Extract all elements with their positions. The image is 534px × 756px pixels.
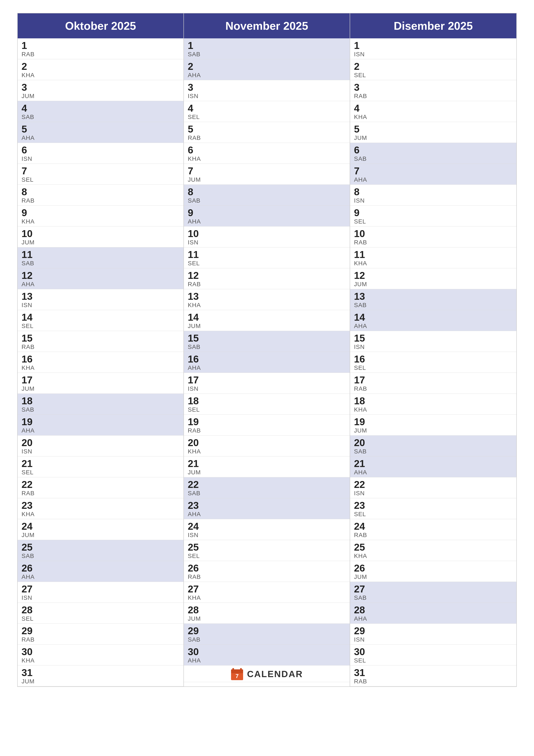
day-name: ISN (354, 343, 513, 350)
day-cell: 1ISN (350, 39, 516, 59)
day-cell: 24RAB (350, 519, 516, 540)
day-cell: 18SAB (18, 394, 184, 415)
day-name: KHA (21, 364, 180, 371)
day-number: 9 (188, 208, 346, 218)
day-number: 27 (21, 584, 180, 594)
day-number: 23 (188, 500, 346, 510)
calendar-logo-icon: 7 (231, 668, 243, 681)
day-number: 3 (21, 82, 180, 92)
day-cell: 5JUM (350, 122, 516, 143)
day-name: ISN (21, 302, 180, 309)
day-cell: 13SAB (350, 289, 516, 310)
day-name: RAB (354, 239, 513, 246)
day-name: SAB (21, 114, 180, 121)
day-number: 19 (21, 417, 180, 427)
day-cell: 17ISN (184, 373, 350, 394)
day-number: 13 (21, 291, 180, 301)
day-number: 14 (188, 312, 346, 322)
day-cell: 17JUM (18, 373, 184, 394)
day-number: 20 (21, 438, 180, 447)
svg-text:7: 7 (236, 673, 239, 679)
day-number: 27 (354, 584, 513, 594)
day-name: JUM (188, 323, 346, 330)
day-cell: 6KHA (184, 143, 350, 164)
day-number: 24 (21, 521, 180, 531)
day-name: AHA (188, 657, 346, 664)
svg-rect-3 (240, 668, 242, 671)
day-name: ISN (21, 448, 180, 455)
day-name: SAB (21, 406, 180, 413)
day-number: 11 (21, 250, 180, 259)
day-number: 18 (354, 396, 513, 406)
day-number: 16 (188, 354, 346, 364)
day-name: AHA (188, 364, 346, 371)
day-name: SAB (188, 51, 346, 58)
day-cell: 21AHA (350, 456, 516, 477)
day-cell: 5AHA (18, 122, 184, 143)
day-cell: 16KHA (18, 352, 184, 373)
day-name: JUM (354, 574, 513, 580)
day-cell: 10ISN (184, 227, 350, 247)
day-name: JUM (354, 134, 513, 141)
day-cell: 8ISN (350, 185, 516, 205)
day-cell: 12JUM (350, 268, 516, 289)
days-grid: 1RAB2KHA3JUM4SAB5AHA6ISN7SEL8RAB9KHA10JU… (18, 39, 516, 687)
day-cell: 30AHA (184, 645, 350, 665)
logo-area: 7 CALENDAR (231, 668, 303, 681)
day-number: 30 (188, 647, 346, 657)
day-name: KHA (188, 302, 346, 309)
day-name: SAB (354, 448, 513, 455)
day-cell: 3JUM (18, 80, 184, 101)
day-name: ISN (354, 636, 513, 643)
day-cell: 25SEL (184, 540, 350, 561)
day-number: 1 (354, 40, 513, 50)
day-number: 18 (21, 396, 180, 406)
day-name: JUM (21, 678, 180, 685)
day-number: 20 (188, 438, 346, 447)
day-number: 7 (354, 166, 513, 176)
day-number: 23 (354, 500, 513, 510)
day-name: ISN (21, 594, 180, 601)
day-cell: 2KHA (18, 59, 184, 80)
day-cell: 24ISN (184, 519, 350, 540)
day-number: 13 (354, 291, 513, 301)
day-cell: 10JUM (18, 227, 184, 247)
day-name: RAB (188, 281, 346, 288)
day-number: 21 (21, 459, 180, 469)
day-number: 30 (354, 647, 513, 657)
day-number: 9 (21, 208, 180, 218)
day-name: AHA (354, 323, 513, 330)
day-cell: 30KHA (18, 645, 184, 665)
day-number: 26 (21, 563, 180, 573)
day-cell: 11SAB (18, 247, 184, 268)
day-name: JUM (354, 281, 513, 288)
day-name: AHA (354, 176, 513, 183)
november-col: 1SAB2AHA3ISN4SEL5RAB6KHA7JUM8SAB9AHA10IS… (184, 39, 350, 687)
day-cell: 6ISN (18, 143, 184, 164)
day-name: RAB (21, 636, 180, 643)
day-cell: 29SAB (184, 624, 350, 645)
day-cell: 1RAB (18, 39, 184, 59)
day-name: SEL (188, 406, 346, 413)
day-name: ISN (354, 51, 513, 58)
day-cell: 31JUM (18, 665, 184, 687)
day-name: KHA (354, 260, 513, 267)
day-name: AHA (21, 281, 180, 288)
day-name: SAB (354, 594, 513, 601)
day-number: 14 (21, 312, 180, 322)
day-number: 23 (21, 500, 180, 510)
day-name: SEL (354, 72, 513, 79)
day-number: 21 (354, 459, 513, 469)
day-name: JUM (21, 93, 180, 99)
day-cell: 28SEL (18, 603, 184, 624)
day-cell: 13KHA (184, 289, 350, 310)
calendar-container: Oktober 2025 November 2025 Disember 2025… (17, 13, 517, 687)
day-number: 4 (188, 103, 346, 113)
day-name: JUM (21, 239, 180, 246)
day-number: 8 (21, 187, 180, 197)
day-number: 15 (354, 333, 513, 343)
day-number: 13 (188, 291, 346, 301)
day-name: KHA (188, 448, 346, 455)
day-cell: 27SAB (350, 582, 516, 603)
day-cell: 15RAB (18, 331, 184, 352)
